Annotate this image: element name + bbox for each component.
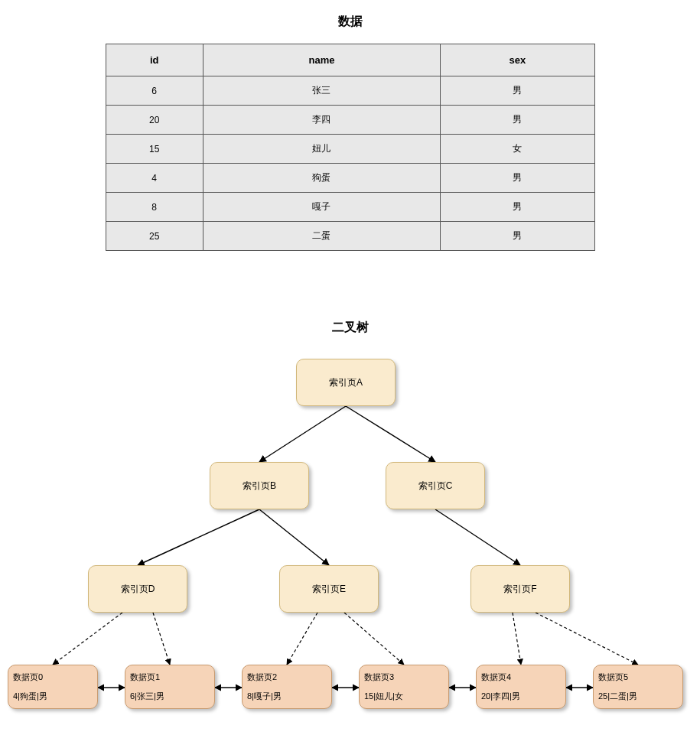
cell: 男 [441, 106, 594, 135]
cell: 二蛋 [203, 222, 440, 251]
data-table: id name sex 6 张三 男 20 李四 男 15 妞儿 女 4 [106, 44, 595, 251]
data-node-record: 20|李四|男 [481, 691, 520, 702]
data-node-title: 数据页4 [481, 672, 511, 683]
data-node-title: 数据页5 [598, 672, 628, 683]
cell: 李四 [203, 106, 440, 135]
cell: 男 [441, 222, 594, 251]
table-row: 25 二蛋 男 [106, 222, 594, 251]
index-node-d: 索引页D [88, 565, 187, 613]
cell: 6 [106, 76, 203, 106]
data-node-title: 数据页1 [130, 672, 160, 683]
cell: 8 [106, 193, 203, 222]
cell: 张三 [203, 76, 440, 106]
svg-line-0 [259, 406, 346, 462]
tree-title: 二叉树 [0, 320, 700, 336]
col-sex: sex [441, 44, 594, 76]
data-node-0: 数据页0 4|狗蛋|男 [8, 665, 98, 709]
cell: 25 [106, 222, 203, 251]
svg-line-5 [53, 613, 122, 665]
table-row: 8 嘎子 男 [106, 193, 594, 222]
data-node-title: 数据页3 [364, 672, 394, 683]
svg-line-8 [344, 613, 404, 665]
svg-line-2 [138, 509, 259, 565]
index-node-c: 索引页C [386, 462, 485, 509]
col-id: id [106, 44, 203, 76]
index-node-b: 索引页B [210, 462, 309, 509]
svg-line-10 [536, 613, 638, 665]
svg-line-1 [346, 406, 435, 462]
cell: 男 [441, 193, 594, 222]
data-node-record: 4|狗蛋|男 [13, 691, 47, 702]
cell: 女 [441, 135, 594, 164]
cell: 男 [441, 164, 594, 193]
table-row: 15 妞儿 女 [106, 135, 594, 164]
table-row: 4 狗蛋 男 [106, 164, 594, 193]
cell: 男 [441, 76, 594, 106]
table-title: 数据 [0, 0, 700, 30]
data-node-1: 数据页1 6|张三|男 [125, 665, 215, 709]
cell: 4 [106, 164, 203, 193]
cell: 狗蛋 [203, 164, 440, 193]
data-node-record: 15|妞儿|女 [364, 691, 403, 702]
data-node-5: 数据页5 25|二蛋|男 [593, 665, 683, 709]
tree-diagram: 索引页A 索引页B 索引页C 索引页D 索引页E 索引页F 数据页0 4|狗蛋|… [0, 359, 700, 726]
svg-line-3 [259, 509, 329, 565]
cell: 15 [106, 135, 203, 164]
data-node-record: 25|二蛋|男 [598, 691, 637, 702]
cell: 妞儿 [203, 135, 440, 164]
svg-line-9 [513, 613, 521, 665]
svg-line-7 [287, 613, 317, 665]
col-name: name [203, 44, 440, 76]
svg-line-6 [153, 613, 170, 665]
index-node-e: 索引页E [279, 565, 379, 613]
index-node-a: 索引页A [296, 359, 396, 406]
cell: 嘎子 [203, 193, 440, 222]
data-node-4: 数据页4 20|李四|男 [476, 665, 566, 709]
data-node-title: 数据页0 [13, 672, 43, 683]
data-node-3: 数据页3 15|妞儿|女 [359, 665, 449, 709]
data-node-title: 数据页2 [247, 672, 277, 683]
cell: 20 [106, 106, 203, 135]
table-header-row: id name sex [106, 44, 594, 76]
index-node-f: 索引页F [470, 565, 570, 613]
data-node-record: 8|嘎子|男 [247, 691, 282, 702]
table-row: 6 张三 男 [106, 76, 594, 106]
table-row: 20 李四 男 [106, 106, 594, 135]
data-node-2: 数据页2 8|嘎子|男 [242, 665, 332, 709]
svg-line-4 [435, 509, 520, 565]
data-node-record: 6|张三|男 [130, 691, 164, 702]
